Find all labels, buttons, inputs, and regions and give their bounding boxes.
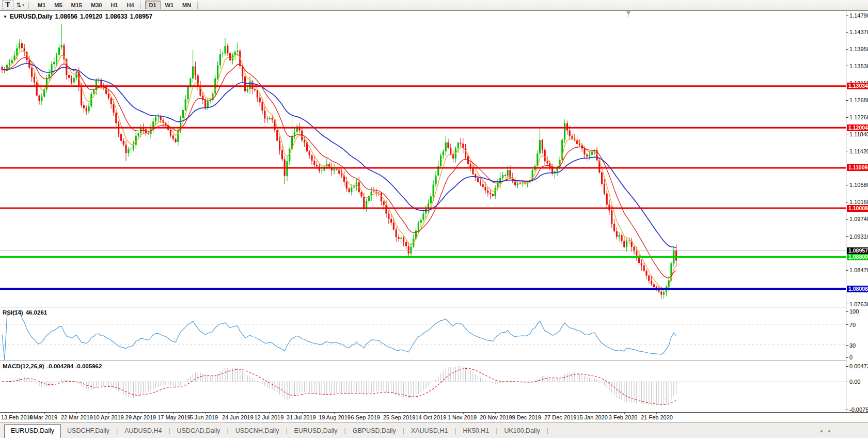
macd-name: MACD(12,26,9) (3, 363, 44, 369)
price-tick-mark (846, 270, 848, 271)
tab-usdcad-daily[interactable]: USDCAD,Daily (171, 425, 227, 438)
ma-line-34 (2, 64, 676, 248)
tab-gbpusd-daily[interactable]: GBPUSD,Daily (346, 425, 402, 438)
tab-uk100-daily[interactable]: UK100,Daily (498, 425, 546, 438)
price-tick-label: 1.09740 (849, 216, 868, 222)
price-tick-label: 1.11420 (849, 148, 868, 154)
rsi-tick-mark (846, 311, 848, 312)
toolbar-separator (140, 2, 143, 9)
date-label: 9 Dec 2019 (512, 414, 541, 420)
price-tick-label: 1.13950 (849, 46, 868, 52)
price-tick-label: 1.07630 (849, 301, 868, 307)
date-label: 3 Feb 2020 (609, 414, 638, 420)
rsi-title: RSI(14) 46.0261 (3, 309, 47, 316)
date-tick-mark (560, 412, 560, 414)
symbol-dropdown-icon[interactable]: ▼ (3, 14, 7, 19)
price-tick-mark (846, 185, 848, 185)
chart-title-symbol: EURUSD,Daily (10, 13, 53, 20)
price-tick-label: 1.10580 (849, 182, 868, 188)
tab-eurusd-daily[interactable]: EURUSD,Daily (288, 425, 344, 438)
timeframe-button-d1[interactable]: D1 (145, 1, 161, 9)
price-badge-level-1.13034: 1.13034 (847, 83, 868, 89)
price-tick-label: 1.11840 (849, 131, 868, 137)
macd-axis-label: -0.007584 (849, 406, 868, 413)
date-label: 29 Apr 2019 (125, 414, 156, 420)
macd-tick-mark (846, 410, 848, 410)
date-label: 24 Jun 2019 (222, 414, 254, 420)
price-axis[interactable]: 1.147901.143701.139501.135301.131101.126… (846, 11, 868, 412)
tab-scroll-buttons: ◂ ▸ (820, 428, 831, 434)
tab-usdchf-daily[interactable]: USDCHF,Daily (61, 425, 116, 438)
mt4-application: T ⇅ ▾ M1M5M15M30H1H4D1W1MN ▼ EURUSD,Dail… (0, 0, 868, 438)
date-tick-mark (334, 412, 335, 414)
chart-window[interactable]: ▼ EURUSD,Daily 1.08656 1.09120 1.08633 1… (0, 10, 868, 423)
rsi-axis-label: 30 (849, 342, 856, 349)
date-tick-mark (367, 412, 367, 414)
tab-xauusd-h1[interactable]: XAUUSD,H1 (405, 425, 454, 438)
timeframe-button-m30[interactable]: M30 (87, 1, 106, 9)
rsi-axis-label: 100 (849, 308, 859, 315)
timeframe-button-m5[interactable]: M5 (50, 1, 66, 9)
price-badge-level-1.08800: 1.08800 (847, 254, 868, 260)
price-tick-label: 1.12260 (849, 114, 868, 120)
time-axis-line (0, 412, 868, 413)
date-label: 31 Jul 2019 (287, 414, 316, 420)
tab-eurusd-daily[interactable]: EURUSD,Daily (4, 424, 61, 438)
macd-values: -0.004284 -0.005962 (47, 363, 102, 369)
text-tool-button[interactable]: T (2, 1, 13, 9)
panel-divider-rsi[interactable] (0, 307, 868, 308)
timeframe-button-m1[interactable]: M1 (34, 1, 50, 9)
macd-axis-label: 0.004738 (849, 363, 868, 369)
date-label: 27 Dec 2019 (544, 414, 576, 420)
tab-hk50-h1[interactable]: HK50,H1 (457, 425, 496, 438)
date-tick-mark (141, 412, 141, 414)
date-label: 15 Jan 2020 (576, 414, 608, 420)
date-tick-mark (528, 412, 528, 414)
double-arrow-icon: ⇅ (16, 2, 21, 9)
price-badge-level-1.12004: 1.12004 (847, 124, 868, 131)
timeframe-button-mn[interactable]: MN (178, 1, 195, 9)
rsi-tick-mark (846, 345, 848, 346)
toolbar-separator (197, 2, 200, 9)
panel-divider-macd[interactable] (0, 361, 868, 362)
date-tick-mark (463, 412, 464, 414)
price-tick-mark (846, 32, 848, 33)
rsi-value: 46.0261 (26, 309, 48, 316)
timeframe-button-h1[interactable]: H1 (106, 1, 122, 9)
tab-scroll-left-icon[interactable]: ◂ (820, 428, 823, 434)
date-label: 10 Apr 2019 (93, 414, 123, 420)
price-tick-mark (846, 219, 848, 220)
rsi-name: RSI(14) (3, 309, 23, 316)
macd-histogram (2, 366, 676, 405)
price-tick-label: 1.09310 (849, 233, 868, 240)
text-tool-icon: T (6, 2, 10, 9)
price-chart-canvas[interactable] (0, 11, 846, 412)
tab-usdcnh-daily[interactable]: USDCNH,Daily (229, 425, 286, 438)
dropdown-caret-icon: ▾ (22, 3, 24, 7)
timeframe-button-group: M1M5M15M30H1H4D1W1MN (34, 1, 201, 9)
tab-audusd-h4[interactable]: AUDUSD,H4 (118, 425, 168, 438)
cursor-tool-button[interactable]: ⇅ ▾ (14, 1, 26, 9)
price-tick-label: 1.10160 (849, 199, 868, 205)
timeframe-button-m15[interactable]: M15 (67, 1, 86, 9)
timeframe-button-h4[interactable]: H4 (122, 1, 138, 9)
chart-title: ▼ EURUSD,Daily 1.08656 1.09120 1.08633 1… (3, 13, 152, 20)
date-tick-mark (44, 412, 45, 414)
timeframe-button-w1[interactable]: W1 (161, 1, 178, 9)
date-label: 12 Jul 2019 (254, 414, 283, 420)
price-tick-label: 1.14370 (849, 29, 868, 35)
chart-tabs-bar: EURUSD,DailyUSDCHF,Daily|AUDUSD,H4|USDCA… (0, 423, 868, 438)
price-badge-current: 1.08957 (847, 247, 868, 254)
date-label: 22 Mar 2019 (61, 414, 93, 420)
price-tick-label: 1.14790 (849, 12, 868, 19)
price-tick-mark (846, 202, 848, 202)
date-tick-mark (108, 412, 109, 414)
price-tick-mark (846, 15, 848, 15)
price-tick-mark (846, 304, 848, 304)
date-tick-mark (238, 412, 238, 414)
tab-scroll-right-icon[interactable]: ▸ (828, 428, 831, 434)
date-tick-mark (76, 412, 77, 414)
date-label: 5 Jun 2019 (190, 414, 218, 420)
rsi-axis-label: 0 (849, 354, 853, 361)
rsi-tick-mark (846, 324, 848, 325)
